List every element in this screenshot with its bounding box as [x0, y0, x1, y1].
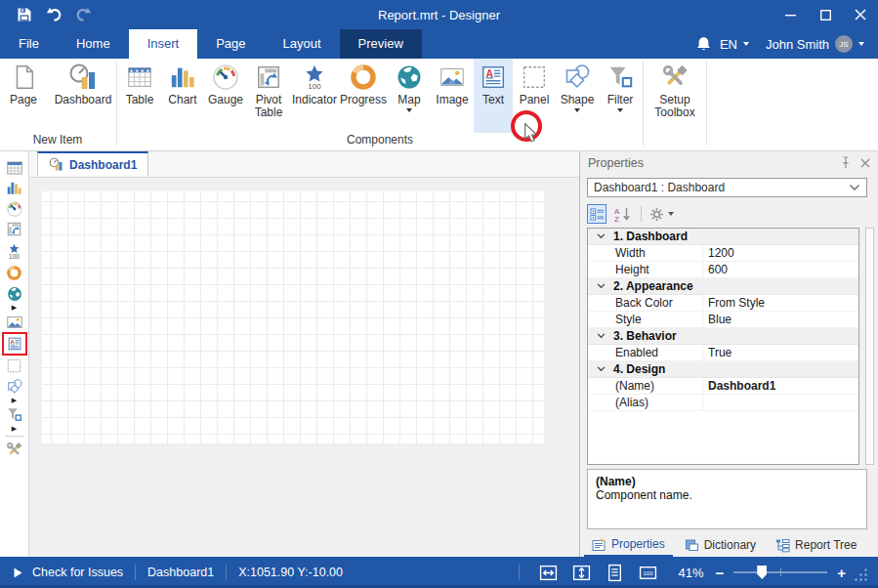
- table-button[interactable]: Table: [118, 59, 161, 133]
- image-button[interactable]: Image: [431, 59, 474, 133]
- toolbox-shape-expand-icon[interactable]: ▶: [3, 397, 26, 404]
- language-selector[interactable]: EN: [720, 37, 749, 52]
- filter-dropdown-icon[interactable]: [617, 108, 623, 112]
- map-dropdown-icon[interactable]: [406, 108, 412, 112]
- zoom-in-button[interactable]: +: [837, 565, 846, 581]
- maximize-button[interactable]: [808, 0, 843, 29]
- close-panel-button[interactable]: [860, 158, 870, 168]
- tab-properties[interactable]: Properties: [584, 533, 673, 557]
- map-button[interactable]: Map: [388, 59, 431, 133]
- fit-page-height-button[interactable]: [571, 563, 591, 582]
- gauge-button[interactable]: Gauge: [204, 59, 247, 133]
- resize-grip[interactable]: [854, 567, 868, 585]
- pivot-table-button[interactable]: Pivot Table: [247, 59, 290, 133]
- fit-page-width-button[interactable]: [538, 563, 558, 582]
- tab-preview[interactable]: Preview: [340, 29, 422, 59]
- notifications-button[interactable]: [696, 36, 711, 52]
- user-menu[interactable]: John Smith JS: [766, 35, 864, 53]
- dashboard-design-surface[interactable]: [42, 191, 544, 443]
- zoom-slider-thumb[interactable]: [757, 566, 767, 579]
- zoom-out-button[interactable]: −: [715, 565, 724, 581]
- chart-icon: [6, 180, 22, 196]
- property-section[interactable]: 1. Dashboard: [588, 229, 858, 245]
- tab-insert[interactable]: Insert: [129, 29, 198, 59]
- shape-button[interactable]: Shape: [556, 59, 599, 133]
- property-section[interactable]: 3. Behavior: [588, 328, 858, 345]
- property-row[interactable]: Width 1200: [588, 245, 858, 262]
- property-section[interactable]: 4. Design: [588, 361, 858, 378]
- filter-button[interactable]: Filter: [599, 59, 642, 133]
- property-value[interactable]: Blue: [703, 312, 732, 327]
- property-value[interactable]: From Style: [703, 295, 765, 311]
- toolbox-map-expand-icon[interactable]: ▶: [3, 304, 26, 312]
- toolbox-shape-button[interactable]: [3, 376, 26, 397]
- property-row[interactable]: Back Color From Style: [588, 295, 858, 312]
- categorized-view-button[interactable]: [587, 204, 606, 224]
- property-row[interactable]: Style Blue: [588, 312, 858, 328]
- property-row[interactable]: (Name) Dashboard1: [588, 378, 858, 395]
- page-button[interactable]: Page: [2, 59, 45, 133]
- property-row[interactable]: (Alias): [588, 395, 858, 411]
- ribbon-group-label: Components: [118, 133, 642, 148]
- redo-button[interactable]: [74, 6, 92, 23]
- map-label: Map: [397, 94, 420, 106]
- text-button[interactable]: A Text: [474, 59, 513, 133]
- toolbox-image-button[interactable]: [3, 312, 26, 332]
- shape-dropdown-icon[interactable]: [574, 108, 580, 112]
- toolbox-progress-button[interactable]: [3, 263, 26, 283]
- chart-button[interactable]: Chart: [161, 59, 204, 133]
- close-button[interactable]: [843, 0, 878, 29]
- dashboard-button[interactable]: Dashboard: [53, 59, 113, 133]
- pin-icon: [840, 156, 851, 169]
- zoom-100-button[interactable]: 100: [638, 563, 657, 582]
- property-row[interactable]: Enabled True: [588, 345, 858, 361]
- toolbox-gauge-button[interactable]: [3, 198, 26, 219]
- tab-report-tree[interactable]: Report Tree: [768, 533, 864, 557]
- tab-home[interactable]: Home: [58, 29, 129, 59]
- tab-page[interactable]: Page: [197, 29, 264, 59]
- setup-toolbox-button[interactable]: Setup Toolbox: [647, 59, 703, 133]
- ribbon-toolbar: Page Dashboard New Item: [0, 59, 878, 151]
- redo-icon: [75, 7, 92, 22]
- toolbox-table-button[interactable]: [3, 157, 26, 178]
- design-canvas: Dashboard1: [29, 151, 579, 557]
- toolbox-setup-button[interactable]: [3, 440, 26, 460]
- toolbox-chart-button[interactable]: [3, 178, 26, 198]
- toolbox-filter-button[interactable]: [3, 404, 26, 425]
- tab-dictionary[interactable]: Dictionary: [677, 533, 764, 557]
- toolbox-filter-expand-icon[interactable]: ▶: [3, 425, 26, 433]
- component-selector-dropdown[interactable]: Dashboard1 : Dashboard: [587, 178, 867, 197]
- svg-text:100: 100: [644, 569, 654, 575]
- check-for-issues-button[interactable]: Check for Issues: [14, 566, 123, 579]
- panel-label: Panel: [520, 94, 550, 106]
- properties-panel: Properties Dashboard1 : Dashboard: [579, 151, 878, 557]
- pin-panel-button[interactable]: [840, 156, 851, 169]
- tab-layout[interactable]: Layout: [265, 29, 340, 59]
- page-view-button[interactable]: [605, 563, 624, 582]
- toolbox-map-button[interactable]: [3, 283, 26, 304]
- section-label: 2. Appearance: [613, 279, 693, 293]
- alphabetical-sort-button[interactable]: A Z: [611, 204, 633, 224]
- zoom-slider[interactable]: [733, 571, 827, 573]
- settings-menu-button[interactable]: [649, 204, 674, 224]
- properties-panel-title: Properties: [588, 156, 644, 170]
- save-button[interactable]: [16, 6, 33, 23]
- property-row[interactable]: Height 600: [588, 262, 858, 278]
- property-value[interactable]: True: [703, 345, 732, 360]
- toolbox-panel-button[interactable]: [3, 356, 26, 376]
- undo-button[interactable]: [45, 6, 63, 23]
- progress-button[interactable]: Progress: [339, 59, 388, 133]
- property-section[interactable]: 2. Appearance: [588, 278, 858, 295]
- toolbox-pivot-table-button[interactable]: [3, 219, 26, 239]
- tab-file[interactable]: File: [0, 29, 58, 59]
- indicator-button[interactable]: 100 Indicator: [290, 59, 339, 133]
- toolbox-text-button-highlighted[interactable]: A: [2, 332, 27, 356]
- property-grid-scrollbar[interactable]: [865, 228, 874, 465]
- property-value[interactable]: 600: [703, 262, 728, 277]
- gear-icon: [649, 207, 664, 222]
- property-value[interactable]: Dashboard1: [703, 378, 775, 394]
- property-value[interactable]: 1200: [703, 245, 734, 261]
- minimize-button[interactable]: [773, 0, 808, 29]
- document-tab-dashboard1[interactable]: Dashboard1: [37, 151, 148, 176]
- toolbox-indicator-button[interactable]: 100: [3, 239, 26, 263]
